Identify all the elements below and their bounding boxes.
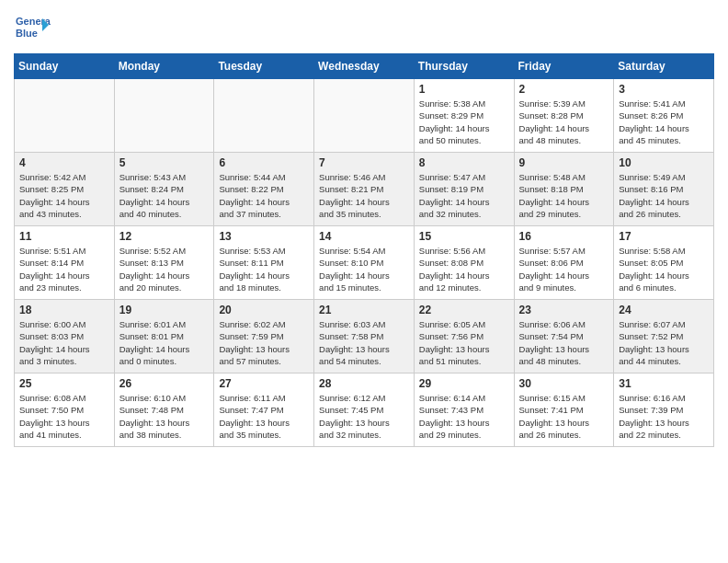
calendar-cell: 4Sunrise: 5:42 AM Sunset: 8:25 PM Daylig… <box>15 153 115 226</box>
day-number: 9 <box>519 156 609 169</box>
calendar-cell: 27Sunrise: 6:11 AM Sunset: 7:47 PM Dayli… <box>214 373 314 447</box>
day-number: 10 <box>619 156 709 169</box>
day-info: Sunrise: 5:56 AM Sunset: 8:08 PM Dayligh… <box>419 245 509 293</box>
day-info: Sunrise: 6:01 AM Sunset: 8:01 PM Dayligh… <box>119 318 210 367</box>
col-header-monday: Monday <box>114 54 214 79</box>
day-info: Sunrise: 5:57 AM Sunset: 8:06 PM Dayligh… <box>519 245 609 293</box>
calendar-cell: 14Sunrise: 5:54 AM Sunset: 8:10 PM Dayli… <box>314 226 415 300</box>
day-info: Sunrise: 5:52 AM Sunset: 8:13 PM Dayligh… <box>119 245 210 293</box>
calendar-cell: 22Sunrise: 6:05 AM Sunset: 7:56 PM Dayli… <box>414 300 514 373</box>
calendar-cell <box>214 79 314 153</box>
day-number: 6 <box>219 156 309 169</box>
day-info: Sunrise: 6:16 AM Sunset: 7:39 PM Dayligh… <box>619 392 709 441</box>
day-number: 20 <box>219 304 309 316</box>
calendar-cell: 29Sunrise: 6:14 AM Sunset: 7:43 PM Dayli… <box>414 373 514 447</box>
day-number: 30 <box>519 377 609 390</box>
day-number: 13 <box>219 230 309 243</box>
day-number: 29 <box>419 377 509 390</box>
day-number: 5 <box>119 156 210 169</box>
calendar-cell: 1Sunrise: 5:38 AM Sunset: 8:29 PM Daylig… <box>414 79 514 153</box>
day-info: Sunrise: 5:39 AM Sunset: 8:28 PM Dayligh… <box>519 98 609 146</box>
day-info: Sunrise: 5:38 AM Sunset: 8:29 PM Dayligh… <box>419 98 509 146</box>
calendar-cell: 30Sunrise: 6:15 AM Sunset: 7:41 PM Dayli… <box>514 373 614 447</box>
calendar-cell: 21Sunrise: 6:03 AM Sunset: 7:58 PM Dayli… <box>314 300 415 373</box>
day-info: Sunrise: 6:08 AM Sunset: 7:50 PM Dayligh… <box>19 392 109 441</box>
day-number: 24 <box>619 304 709 316</box>
day-number: 11 <box>19 230 109 243</box>
day-info: Sunrise: 5:53 AM Sunset: 8:11 PM Dayligh… <box>219 245 309 293</box>
day-info: Sunrise: 5:48 AM Sunset: 8:18 PM Dayligh… <box>519 171 609 220</box>
day-info: Sunrise: 5:46 AM Sunset: 8:21 PM Dayligh… <box>319 171 409 220</box>
day-number: 19 <box>119 304 210 316</box>
day-number: 31 <box>619 377 709 390</box>
day-info: Sunrise: 6:10 AM Sunset: 7:48 PM Dayligh… <box>119 392 210 441</box>
day-number: 17 <box>619 230 709 243</box>
day-number: 2 <box>519 83 609 96</box>
day-number: 12 <box>119 230 210 243</box>
day-info: Sunrise: 6:15 AM Sunset: 7:41 PM Dayligh… <box>519 392 609 441</box>
day-info: Sunrise: 6:06 AM Sunset: 7:54 PM Dayligh… <box>519 318 609 367</box>
calendar-cell: 17Sunrise: 5:58 AM Sunset: 8:05 PM Dayli… <box>614 226 714 300</box>
calendar-cell: 28Sunrise: 6:12 AM Sunset: 7:45 PM Dayli… <box>314 373 415 447</box>
day-number: 15 <box>419 230 509 243</box>
calendar-cell: 9Sunrise: 5:48 AM Sunset: 8:18 PM Daylig… <box>514 153 614 226</box>
col-header-friday: Friday <box>514 54 614 79</box>
calendar-cell: 19Sunrise: 6:01 AM Sunset: 8:01 PM Dayli… <box>114 300 214 373</box>
calendar-cell: 23Sunrise: 6:06 AM Sunset: 7:54 PM Dayli… <box>514 300 614 373</box>
day-info: Sunrise: 6:00 AM Sunset: 8:03 PM Dayligh… <box>19 318 109 367</box>
day-info: Sunrise: 5:58 AM Sunset: 8:05 PM Dayligh… <box>619 245 709 293</box>
col-header-sunday: Sunday <box>15 54 115 79</box>
day-number: 3 <box>619 83 709 96</box>
col-header-saturday: Saturday <box>614 54 714 79</box>
day-info: Sunrise: 5:41 AM Sunset: 8:26 PM Dayligh… <box>619 98 709 146</box>
day-number: 14 <box>319 230 409 243</box>
calendar-cell: 20Sunrise: 6:02 AM Sunset: 7:59 PM Dayli… <box>214 300 314 373</box>
day-info: Sunrise: 5:43 AM Sunset: 8:24 PM Dayligh… <box>119 171 210 220</box>
svg-text:Blue: Blue <box>16 28 38 39</box>
calendar-cell: 31Sunrise: 6:16 AM Sunset: 7:39 PM Dayli… <box>614 373 714 447</box>
calendar-cell: 6Sunrise: 5:44 AM Sunset: 8:22 PM Daylig… <box>214 153 314 226</box>
day-number: 26 <box>119 377 210 390</box>
calendar-cell: 13Sunrise: 5:53 AM Sunset: 8:11 PM Dayli… <box>214 226 314 300</box>
day-number: 23 <box>519 304 609 316</box>
day-number: 18 <box>19 304 109 316</box>
calendar-table: SundayMondayTuesdayWednesdayThursdayFrid… <box>14 53 714 447</box>
col-header-thursday: Thursday <box>414 54 514 79</box>
calendar-cell: 3Sunrise: 5:41 AM Sunset: 8:26 PM Daylig… <box>614 79 714 153</box>
calendar-cell: 15Sunrise: 5:56 AM Sunset: 8:08 PM Dayli… <box>414 226 514 300</box>
day-info: Sunrise: 5:44 AM Sunset: 8:22 PM Dayligh… <box>219 171 309 220</box>
calendar-cell: 16Sunrise: 5:57 AM Sunset: 8:06 PM Dayli… <box>514 226 614 300</box>
calendar-cell: 7Sunrise: 5:46 AM Sunset: 8:21 PM Daylig… <box>314 153 415 226</box>
calendar-cell: 25Sunrise: 6:08 AM Sunset: 7:50 PM Dayli… <box>15 373 115 447</box>
day-info: Sunrise: 5:54 AM Sunset: 8:10 PM Dayligh… <box>319 245 409 293</box>
calendar-cell <box>314 79 415 153</box>
calendar-cell: 12Sunrise: 5:52 AM Sunset: 8:13 PM Dayli… <box>114 226 214 300</box>
day-info: Sunrise: 5:51 AM Sunset: 8:14 PM Dayligh… <box>19 245 109 293</box>
day-number: 27 <box>219 377 309 390</box>
day-number: 28 <box>319 377 409 390</box>
day-info: Sunrise: 6:07 AM Sunset: 7:52 PM Dayligh… <box>619 318 709 367</box>
calendar-cell: 8Sunrise: 5:47 AM Sunset: 8:19 PM Daylig… <box>414 153 514 226</box>
day-info: Sunrise: 5:49 AM Sunset: 8:16 PM Dayligh… <box>619 171 709 220</box>
day-info: Sunrise: 6:05 AM Sunset: 7:56 PM Dayligh… <box>419 318 509 367</box>
calendar-cell: 11Sunrise: 5:51 AM Sunset: 8:14 PM Dayli… <box>15 226 115 300</box>
day-info: Sunrise: 6:12 AM Sunset: 7:45 PM Dayligh… <box>319 392 409 441</box>
calendar-cell: 18Sunrise: 6:00 AM Sunset: 8:03 PM Dayli… <box>15 300 115 373</box>
day-info: Sunrise: 5:47 AM Sunset: 8:19 PM Dayligh… <box>419 171 509 220</box>
calendar-cell: 2Sunrise: 5:39 AM Sunset: 8:28 PM Daylig… <box>514 79 614 153</box>
day-number: 8 <box>419 156 509 169</box>
day-info: Sunrise: 6:02 AM Sunset: 7:59 PM Dayligh… <box>219 318 309 367</box>
calendar-cell: 26Sunrise: 6:10 AM Sunset: 7:48 PM Dayli… <box>114 373 214 447</box>
calendar-cell: 5Sunrise: 5:43 AM Sunset: 8:24 PM Daylig… <box>114 153 214 226</box>
day-info: Sunrise: 6:14 AM Sunset: 7:43 PM Dayligh… <box>419 392 509 441</box>
day-number: 1 <box>419 83 509 96</box>
col-header-tuesday: Tuesday <box>214 54 314 79</box>
calendar-cell: 10Sunrise: 5:49 AM Sunset: 8:16 PM Dayli… <box>614 153 714 226</box>
calendar-cell <box>15 79 115 153</box>
page-header: General Blue <box>14 9 714 44</box>
logo: General Blue <box>14 9 49 44</box>
day-number: 21 <box>319 304 409 316</box>
day-info: Sunrise: 5:42 AM Sunset: 8:25 PM Dayligh… <box>19 171 109 220</box>
day-number: 25 <box>19 377 109 390</box>
day-number: 7 <box>319 156 409 169</box>
